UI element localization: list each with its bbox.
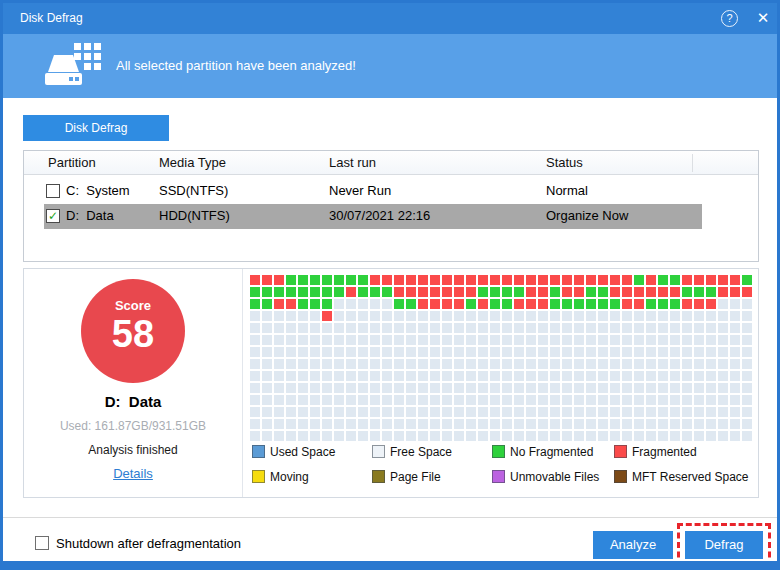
block-cell — [730, 299, 740, 309]
block-cell — [598, 431, 608, 441]
block-cell — [370, 395, 380, 405]
block-cell — [610, 359, 620, 369]
block-cell — [346, 359, 356, 369]
defrag-button[interactable]: Defrag — [685, 531, 763, 559]
block-cell — [634, 431, 644, 441]
block-cell — [262, 431, 272, 441]
block-cell — [346, 431, 356, 441]
block-cell — [382, 383, 392, 393]
block-cell — [466, 383, 476, 393]
status-banner: All selected partition have been analyze… — [3, 34, 777, 98]
block-cell — [670, 287, 680, 297]
partition-checkbox-c[interactable] — [46, 184, 60, 198]
block-cell — [550, 299, 560, 309]
block-cell — [514, 299, 524, 309]
analyze-button[interactable]: Analyze — [593, 531, 673, 559]
block-cell — [370, 359, 380, 369]
block-cell — [442, 287, 452, 297]
block-cell — [586, 383, 596, 393]
block-cell — [526, 407, 536, 417]
block-cell — [586, 347, 596, 357]
block-cell — [406, 347, 416, 357]
block-cell — [430, 287, 440, 297]
details-link[interactable]: Details — [113, 466, 153, 481]
block-cell — [538, 323, 548, 333]
block-cell — [466, 407, 476, 417]
block-cell — [538, 287, 548, 297]
block-cell — [526, 419, 536, 429]
column-header-partition[interactable]: Partition — [48, 155, 96, 170]
block-cell — [490, 371, 500, 381]
block-cell — [670, 299, 680, 309]
block-cell — [394, 419, 404, 429]
block-cell — [670, 335, 680, 345]
column-header-media-type[interactable]: Media Type — [159, 155, 226, 170]
partition-checkbox-d[interactable]: ✓ — [46, 209, 60, 223]
block-cell — [538, 419, 548, 429]
block-cell — [346, 383, 356, 393]
block-cell — [406, 431, 416, 441]
close-icon[interactable]: ✕ — [753, 8, 773, 28]
block-cell — [658, 431, 668, 441]
block-cell — [550, 383, 560, 393]
block-cell — [394, 347, 404, 357]
block-cell — [682, 323, 692, 333]
block-cell — [298, 359, 308, 369]
footer-divider — [3, 517, 777, 518]
block-cell — [682, 275, 692, 285]
window-bottom-edge — [3, 561, 777, 567]
block-cell — [418, 311, 428, 321]
table-row[interactable]: C: System SSD(NTFS) Never Run Normal — [24, 179, 758, 204]
block-cell — [262, 419, 272, 429]
block-cell — [742, 359, 752, 369]
block-cell — [682, 311, 692, 321]
block-cell — [694, 371, 704, 381]
block-cell — [730, 323, 740, 333]
block-cell — [574, 419, 584, 429]
partition-label: D: Data — [66, 208, 114, 223]
block-cell — [658, 323, 668, 333]
block-cell — [430, 299, 440, 309]
block-cell — [394, 407, 404, 417]
block-cell — [730, 287, 740, 297]
block-cell — [670, 383, 680, 393]
block-cell — [670, 395, 680, 405]
block-cell — [274, 383, 284, 393]
help-icon[interactable]: ? — [721, 10, 738, 27]
column-header-last-run[interactable]: Last run — [329, 155, 376, 170]
block-cell — [250, 287, 260, 297]
block-cell — [262, 275, 272, 285]
block-cell — [562, 431, 572, 441]
block-cell — [694, 383, 704, 393]
column-header-status[interactable]: Status — [546, 155, 583, 170]
block-cell — [250, 299, 260, 309]
tab-disk-defrag[interactable]: Disk Defrag — [23, 115, 169, 141]
block-cell — [550, 287, 560, 297]
block-cell — [634, 335, 644, 345]
block-cell — [262, 383, 272, 393]
block-cell — [562, 347, 572, 357]
block-cell — [358, 431, 368, 441]
table-row-selected[interactable]: ✓ D: Data HDD(NTFS) 30/07/2021 22:16 Org… — [24, 204, 758, 229]
block-cell — [622, 299, 632, 309]
block-cell — [682, 371, 692, 381]
block-cell — [502, 347, 512, 357]
block-cell — [382, 287, 392, 297]
block-cell — [442, 311, 452, 321]
block-cell — [274, 359, 284, 369]
block-cell — [478, 275, 488, 285]
block-cell — [742, 275, 752, 285]
block-cell — [382, 431, 392, 441]
block-cell — [706, 287, 716, 297]
block-cell — [598, 299, 608, 309]
block-cell — [502, 371, 512, 381]
block-cell — [562, 359, 572, 369]
block-cell — [346, 335, 356, 345]
block-cell — [682, 419, 692, 429]
block-cell — [706, 347, 716, 357]
fragmented-swatch — [614, 445, 627, 458]
block-cell — [310, 347, 320, 357]
shutdown-checkbox[interactable] — [35, 536, 49, 550]
block-cell — [418, 335, 428, 345]
block-cell — [706, 407, 716, 417]
